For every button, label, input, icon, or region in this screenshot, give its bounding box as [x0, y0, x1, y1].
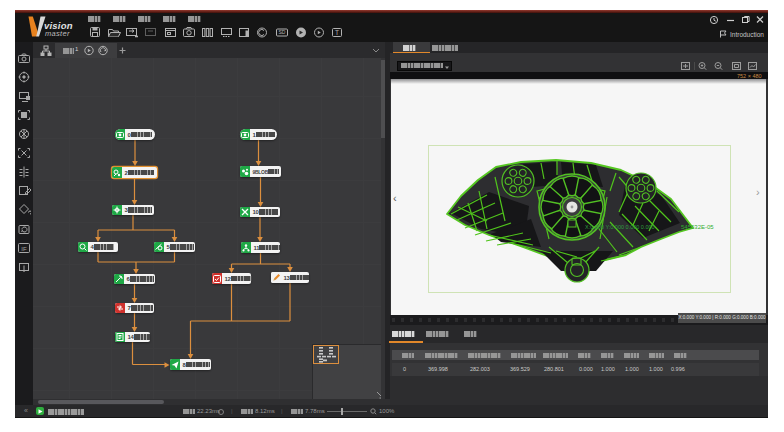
svg-text:545532E-05: 545532E-05 [681, 224, 714, 230]
svg-text:X:0.000 Y:0.000 0.000 0.000: X:0.000 Y:0.000 0.000 0.000 [585, 224, 655, 230]
svg-text:T: T [335, 29, 339, 36]
svg-text:SD: SD [279, 29, 286, 35]
svg-text:IF: IF [21, 246, 27, 252]
